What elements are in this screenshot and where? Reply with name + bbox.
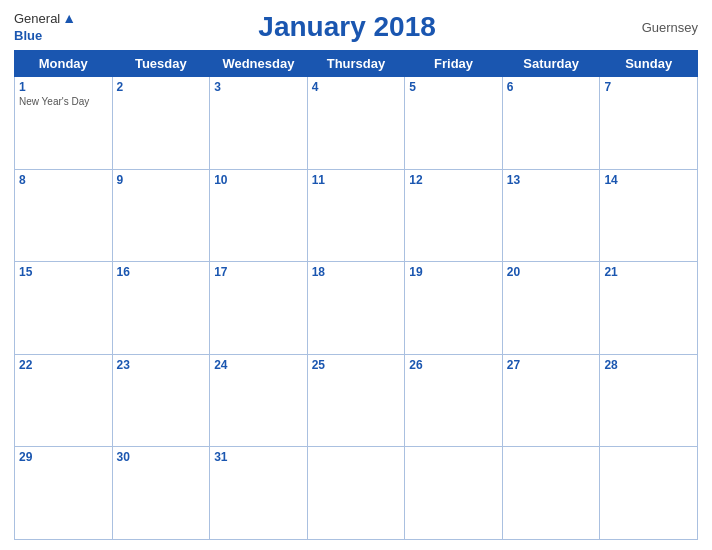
calendar-day-cell: 24: [210, 354, 308, 447]
calendar-day-cell: 19: [405, 262, 503, 355]
region-label: Guernsey: [618, 20, 698, 35]
day-number: 16: [117, 265, 206, 279]
day-number: 2: [117, 80, 206, 94]
calendar-day-cell: 5: [405, 77, 503, 170]
calendar-week-row: 15161718192021: [15, 262, 698, 355]
calendar-day-cell: 9: [112, 169, 210, 262]
weekday-wednesday: Wednesday: [210, 51, 308, 77]
day-number: 1: [19, 80, 108, 94]
day-number: 29: [19, 450, 108, 464]
day-number: 12: [409, 173, 498, 187]
weekday-thursday: Thursday: [307, 51, 405, 77]
day-number: 27: [507, 358, 596, 372]
calendar-day-cell: 29: [15, 447, 113, 540]
calendar-day-cell: [307, 447, 405, 540]
calendar-day-cell: 17: [210, 262, 308, 355]
calendar-day-cell: 25: [307, 354, 405, 447]
calendar-day-cell: 31: [210, 447, 308, 540]
weekday-monday: Monday: [15, 51, 113, 77]
day-number: 20: [507, 265, 596, 279]
day-number: 7: [604, 80, 693, 94]
day-number: 26: [409, 358, 498, 372]
calendar-day-cell: 23: [112, 354, 210, 447]
day-number: 11: [312, 173, 401, 187]
day-number: 17: [214, 265, 303, 279]
weekday-tuesday: Tuesday: [112, 51, 210, 77]
calendar-day-cell: 7: [600, 77, 698, 170]
calendar-day-cell: [405, 447, 503, 540]
day-number: 4: [312, 80, 401, 94]
calendar-day-cell: 16: [112, 262, 210, 355]
weekday-friday: Friday: [405, 51, 503, 77]
weekday-row: Monday Tuesday Wednesday Thursday Friday…: [15, 51, 698, 77]
calendar-day-cell: [502, 447, 600, 540]
logo-area: General ▲ Blue: [14, 10, 76, 44]
calendar-day-cell: 14: [600, 169, 698, 262]
calendar-day-cell: 28: [600, 354, 698, 447]
day-number: 6: [507, 80, 596, 94]
day-number: 25: [312, 358, 401, 372]
day-number: 22: [19, 358, 108, 372]
calendar-day-cell: 15: [15, 262, 113, 355]
calendar-day-cell: 27: [502, 354, 600, 447]
day-number: 8: [19, 173, 108, 187]
calendar-week-row: 891011121314: [15, 169, 698, 262]
calendar-week-row: 1New Year's Day234567: [15, 77, 698, 170]
day-number: 21: [604, 265, 693, 279]
calendar-day-cell: 4: [307, 77, 405, 170]
day-number: 18: [312, 265, 401, 279]
calendar-table: Monday Tuesday Wednesday Thursday Friday…: [14, 50, 698, 540]
day-number: 3: [214, 80, 303, 94]
day-number: 28: [604, 358, 693, 372]
calendar-title: January 2018: [76, 11, 618, 43]
calendar-day-cell: 21: [600, 262, 698, 355]
calendar-day-cell: 11: [307, 169, 405, 262]
calendar-day-cell: 20: [502, 262, 600, 355]
logo-blue: Blue: [14, 28, 42, 43]
calendar-body: 1New Year's Day2345678910111213141516171…: [15, 77, 698, 540]
calendar-day-cell: 18: [307, 262, 405, 355]
day-number: 24: [214, 358, 303, 372]
calendar-week-row: 22232425262728: [15, 354, 698, 447]
day-number: 14: [604, 173, 693, 187]
calendar-header: General ▲ Blue January 2018 Guernsey: [14, 10, 698, 44]
calendar-day-cell: 26: [405, 354, 503, 447]
calendar-header-row: Monday Tuesday Wednesday Thursday Friday…: [15, 51, 698, 77]
calendar-day-cell: 8: [15, 169, 113, 262]
day-number: 10: [214, 173, 303, 187]
day-number: 5: [409, 80, 498, 94]
day-number: 13: [507, 173, 596, 187]
day-number: 23: [117, 358, 206, 372]
weekday-saturday: Saturday: [502, 51, 600, 77]
day-event: New Year's Day: [19, 96, 108, 107]
calendar-day-cell: 6: [502, 77, 600, 170]
calendar-week-row: 293031: [15, 447, 698, 540]
calendar-day-cell: 30: [112, 447, 210, 540]
logo-icon: ▲: [62, 10, 76, 26]
day-number: 15: [19, 265, 108, 279]
calendar-day-cell: [600, 447, 698, 540]
calendar-day-cell: 1New Year's Day: [15, 77, 113, 170]
calendar-page: General ▲ Blue January 2018 Guernsey Mon…: [0, 0, 712, 550]
day-number: 9: [117, 173, 206, 187]
calendar-day-cell: 12: [405, 169, 503, 262]
calendar-day-cell: 22: [15, 354, 113, 447]
calendar-day-cell: 3: [210, 77, 308, 170]
logo-general: General: [14, 11, 60, 26]
weekday-sunday: Sunday: [600, 51, 698, 77]
logo-blue-line: Blue: [14, 26, 42, 44]
day-number: 19: [409, 265, 498, 279]
logo-text: General ▲: [14, 10, 76, 26]
day-number: 30: [117, 450, 206, 464]
calendar-day-cell: 2: [112, 77, 210, 170]
calendar-day-cell: 10: [210, 169, 308, 262]
day-number: 31: [214, 450, 303, 464]
calendar-day-cell: 13: [502, 169, 600, 262]
